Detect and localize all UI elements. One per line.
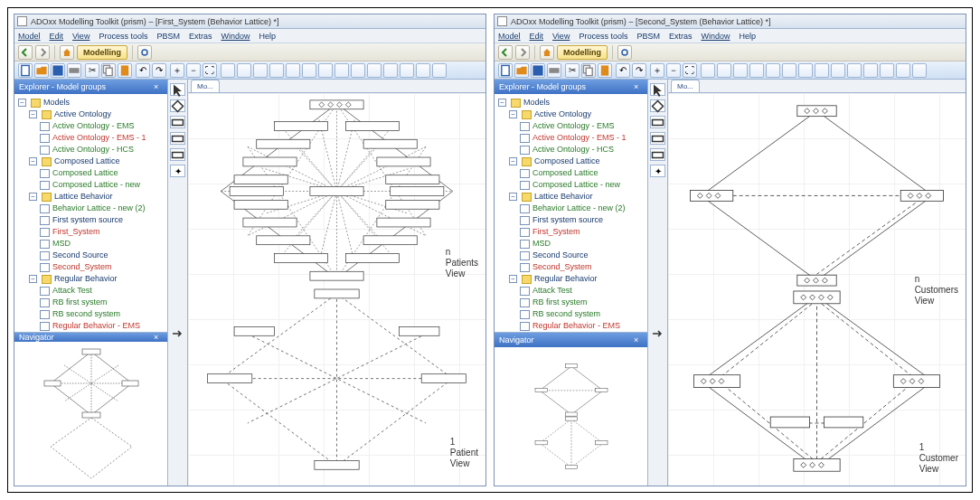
modelling-badge[interactable]: Modelling (557, 45, 608, 60)
palette-rect3[interactable] (170, 148, 185, 161)
undo-icon[interactable]: ↶ (136, 63, 150, 78)
canvas-area[interactable]: Mo... (668, 80, 966, 486)
modelling-badge[interactable]: Modelling (77, 45, 127, 60)
fit-icon[interactable]: ⛶ (683, 63, 697, 78)
palette-rect[interactable] (170, 116, 185, 128)
tool-icon[interactable] (318, 63, 333, 78)
menu-window[interactable]: Window (221, 32, 250, 41)
cut-icon[interactable]: ✂ (85, 63, 99, 78)
open-icon[interactable] (514, 63, 529, 78)
palette-rect2[interactable] (650, 132, 665, 145)
fit-icon[interactable]: ⛶ (203, 63, 217, 78)
menu-window[interactable]: Window (701, 32, 730, 41)
navigator-thumbnail[interactable] (495, 347, 647, 486)
paste-icon[interactable] (598, 63, 612, 78)
zoom-in-icon[interactable]: ＋ (650, 63, 664, 78)
expand-toggle[interactable]: − (18, 99, 26, 107)
tool-icon[interactable] (701, 63, 715, 78)
tool-icon[interactable] (432, 63, 447, 78)
back-button[interactable] (498, 45, 513, 60)
tool-icon[interactable] (782, 63, 796, 78)
cut-icon[interactable]: ✂ (565, 63, 580, 78)
canvas-tab[interactable]: Mo... (671, 80, 700, 92)
forward-button[interactable] (35, 45, 50, 60)
tool-icon[interactable] (798, 63, 813, 78)
menubar[interactable]: Model Edit View Process tools PBSM Extra… (495, 29, 966, 43)
canvas-tab[interactable]: Mo... (191, 80, 220, 92)
save-icon[interactable] (531, 63, 545, 78)
print-icon[interactable] (67, 63, 81, 78)
redo-icon[interactable]: ↷ (632, 63, 646, 78)
refresh-icon[interactable] (617, 45, 632, 60)
save-icon[interactable] (51, 63, 65, 78)
tool-icon[interactable] (847, 63, 862, 78)
palette-diamond[interactable] (170, 99, 185, 112)
copy-icon[interactable] (101, 63, 116, 78)
palette-star[interactable]: ✦ (170, 165, 185, 177)
new-icon[interactable] (498, 63, 513, 78)
menu-view[interactable]: View (552, 32, 570, 41)
menu-process-tools[interactable]: Process tools (579, 32, 627, 41)
navigator-thumbnail[interactable] (14, 342, 167, 486)
tool-icon[interactable] (302, 63, 316, 78)
model-tree[interactable]: −Models −Active Ontology Active Ontology… (495, 94, 647, 332)
tool-icon[interactable] (383, 63, 398, 78)
palette-pointer[interactable] (170, 83, 185, 96)
zoom-out-icon[interactable]: － (666, 63, 681, 78)
menu-process-tools[interactable]: Process tools (99, 32, 147, 41)
palette-rect[interactable] (650, 116, 665, 128)
tool-icon[interactable] (831, 63, 845, 78)
tool-icon[interactable] (815, 63, 829, 78)
menu-model[interactable]: Model (498, 32, 521, 41)
menubar[interactable]: Model Edit View Process tools PBSM Extra… (14, 29, 485, 43)
close-icon[interactable]: × (634, 82, 643, 91)
new-icon[interactable] (18, 63, 33, 78)
tool-icon[interactable] (253, 63, 268, 78)
canvas-area[interactable]: Mo... (188, 80, 485, 486)
palette-rect3[interactable] (650, 148, 665, 161)
print-icon[interactable] (547, 63, 561, 78)
menu-help[interactable]: Help (739, 32, 756, 41)
close-icon[interactable]: × (154, 82, 163, 91)
palette-star[interactable]: ✦ (650, 165, 665, 177)
zoom-out-icon[interactable]: － (186, 63, 201, 78)
forward-button[interactable] (515, 45, 530, 60)
undo-icon[interactable]: ↶ (616, 63, 630, 78)
menu-view[interactable]: View (72, 32, 90, 41)
palette-pointer[interactable] (650, 83, 665, 96)
tool-icon[interactable] (367, 63, 382, 78)
tool-icon[interactable] (286, 63, 300, 78)
copy-icon[interactable] (581, 63, 596, 78)
menu-extras[interactable]: Extras (669, 32, 693, 41)
tool-icon[interactable] (237, 63, 251, 78)
back-button[interactable] (18, 45, 33, 60)
menu-pbsm[interactable]: PBSM (156, 32, 180, 41)
tool-icon[interactable] (880, 63, 894, 78)
menu-model[interactable]: Model (18, 32, 41, 41)
tool-icon[interactable] (912, 63, 927, 78)
tool-icon[interactable] (896, 63, 910, 78)
model-tree[interactable]: −Models −Active Ontology Active Ontology… (14, 94, 167, 332)
menu-help[interactable]: Help (259, 32, 276, 41)
open-icon[interactable] (34, 63, 49, 78)
tool-icon[interactable] (733, 63, 748, 78)
tool-icon[interactable] (221, 63, 235, 78)
tool-icon[interactable] (416, 63, 430, 78)
paste-icon[interactable] (118, 63, 132, 78)
palette-rect2[interactable] (170, 132, 185, 145)
menu-edit[interactable]: Edit (50, 32, 64, 41)
close-icon[interactable]: × (154, 333, 163, 342)
tool-icon[interactable] (863, 63, 878, 78)
refresh-icon[interactable] (137, 45, 152, 60)
home-icon[interactable] (60, 45, 74, 60)
menu-pbsm[interactable]: PBSM (636, 32, 660, 41)
tool-icon[interactable] (749, 63, 764, 78)
tool-icon[interactable] (400, 63, 414, 78)
tool-icon[interactable] (351, 63, 365, 78)
zoom-in-icon[interactable]: ＋ (170, 63, 184, 78)
tool-icon[interactable] (335, 63, 349, 78)
home-icon[interactable] (540, 45, 554, 60)
tool-icon[interactable] (766, 63, 780, 78)
diagram-canvas[interactable]: n Patients View 1 Patient View (188, 93, 485, 486)
palette-diamond[interactable] (650, 99, 665, 112)
